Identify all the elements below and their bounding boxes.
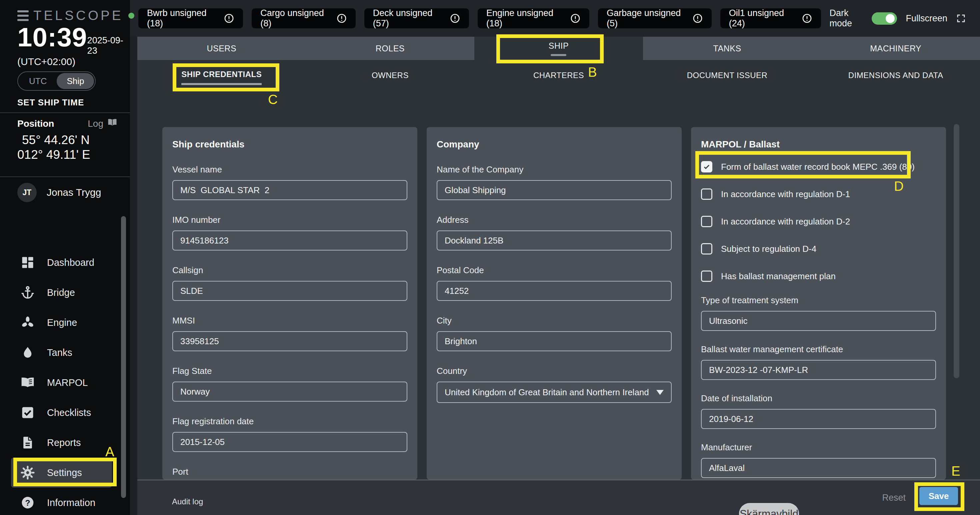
checkbox-row-regulation-d1[interactable]: In accordance with regulation D-1 [701, 188, 936, 200]
sidebar-item-bridge[interactable]: Bridge [11, 277, 112, 308]
city-input[interactable] [437, 331, 672, 351]
sidebar-scrollbar[interactable] [121, 216, 126, 498]
vessel-name-input[interactable] [172, 180, 407, 200]
checkbox-checked[interactable] [701, 161, 712, 172]
unsigned-button-garbage[interactable]: Garbage unsigned (5) [598, 8, 712, 28]
tab-machinery[interactable]: MACHINERY [811, 37, 980, 60]
installation-date-input[interactable] [701, 409, 936, 429]
manufacturer-input[interactable] [701, 458, 936, 478]
subtab-charteres[interactable]: CHARTERES [474, 71, 643, 84]
subtab-label: SHIP CREDENTIALS [181, 70, 262, 85]
checkbox-row-ballast-record-book[interactable]: Form of ballast water record book MEPC .… [701, 161, 936, 172]
subtab-label: DOCUMENT ISSUER [687, 71, 768, 84]
marpol-ballast-card: MARPOL / Ballast Form of ballast water r… [691, 127, 946, 480]
tab-users[interactable]: USERS [137, 37, 306, 60]
unsigned-button-cargo[interactable]: Cargo unsigned (8) [252, 8, 355, 28]
field-label: Date of installation [701, 393, 936, 403]
checkbox-unchecked[interactable] [701, 243, 712, 255]
content-area: SHIP CREDENTIALS OWNERS CHARTERES DOCUME… [137, 60, 980, 480]
subtab-document-issuer[interactable]: DOCUMENT ISSUER [643, 71, 812, 84]
sidebar-item-label: MARPOL [47, 377, 88, 388]
unsigned-button-deck[interactable]: Deck unsigned (57) [364, 8, 469, 28]
unsigned-button-bwrb[interactable]: Bwrb unsigned (18) [138, 8, 243, 28]
checkbox-row-ballast-management-plan[interactable]: Has ballast management plan [701, 271, 936, 282]
checkbox-row-regulation-d4[interactable]: Subject to regulation D-4 [701, 243, 936, 255]
callsign-input[interactable] [172, 281, 407, 301]
tab-roles[interactable]: ROLES [306, 37, 475, 60]
checkbox-unchecked[interactable] [701, 271, 712, 282]
sidebar-item-information[interactable]: ? Information [11, 488, 112, 515]
user-row[interactable]: JT Jonas Trygg [18, 183, 101, 202]
sidebar-item-dashboard[interactable]: Dashboard [11, 247, 112, 277]
clock-block: 10:39 2025-09-23 [18, 24, 124, 56]
field-label: Callsign [172, 265, 407, 276]
svg-text:?: ? [25, 498, 30, 507]
main-tabs: USERS ROLES SHIP TANKS MACHINERY [137, 37, 980, 60]
address-input[interactable] [437, 231, 672, 250]
chevron-down-icon [656, 390, 663, 395]
checkbox-label: Subject to regulation D-4 [721, 244, 816, 254]
sidebar-item-engine[interactable]: Engine [11, 308, 112, 338]
clock-time: 10:39 [18, 24, 88, 56]
fullscreen-icon[interactable] [956, 13, 966, 23]
droplet-icon [20, 345, 35, 360]
sidebar-item-marpol[interactable]: MARPOL [11, 368, 112, 398]
reset-button[interactable]: Reset [880, 492, 908, 503]
imo-number-input[interactable] [172, 231, 407, 250]
sidebar: TELSCOPE 10:39 2025-09-23 (UTC+02:00) UT… [0, 0, 130, 515]
ballast-certificate-input[interactable] [701, 360, 936, 380]
toggle-option-utc[interactable]: UTC [19, 73, 57, 89]
alert-icon [692, 13, 703, 24]
sidebar-item-reports[interactable]: Reports [11, 427, 112, 458]
position-log-link[interactable]: Log [88, 117, 117, 130]
treatment-system-input[interactable] [701, 311, 936, 331]
company-name-input[interactable] [437, 180, 672, 200]
content-scrollbar[interactable] [954, 124, 959, 378]
sidebar-item-label: Bridge [47, 287, 75, 298]
subtab-dimensions-and-data[interactable]: DIMENSIONS AND DATA [811, 71, 980, 84]
open-book-icon [20, 375, 35, 390]
subtab-ship-credentials[interactable]: SHIP CREDENTIALS [137, 70, 306, 85]
field-label: Name of the Company [437, 164, 672, 175]
sidebar-item-checklists[interactable]: Checklists [11, 398, 112, 427]
mmsi-input[interactable] [172, 331, 407, 351]
clock-timezone: (UTC+02:00) [18, 56, 75, 67]
subtab-label: CHARTERES [533, 71, 584, 84]
checkbox-unchecked[interactable] [701, 188, 712, 200]
field-label: Country [437, 366, 672, 376]
field-label: Manufacturer [701, 442, 936, 453]
country-select[interactable]: United Kingdom of Great Britain and Nort… [437, 381, 672, 403]
alert-icon [336, 13, 347, 24]
save-button[interactable]: Save [920, 487, 958, 505]
sidebar-item-tanks[interactable]: Tanks [11, 338, 112, 368]
audit-log-link[interactable]: Audit log [172, 497, 203, 506]
flag-registration-date-input[interactable] [172, 432, 407, 452]
sidebar-item-settings[interactable]: Settings [11, 458, 112, 488]
toggle-option-ship[interactable]: Ship [57, 73, 94, 89]
tab-tanks[interactable]: TANKS [643, 37, 812, 60]
alert-icon [570, 13, 581, 24]
dashboard-icon [20, 255, 35, 270]
checkbox-row-regulation-d2[interactable]: In accordance with regulation D-2 [701, 216, 936, 227]
field-label: Vessel name [172, 164, 407, 175]
toggle-knob [886, 14, 895, 23]
screenshot-button[interactable]: Skärmavbild [739, 503, 799, 515]
dark-mode-toggle[interactable] [872, 12, 897, 25]
latitude-value: 55° 44.26' N [18, 133, 90, 147]
tab-label: TANKS [713, 44, 741, 53]
field-label: Postal Code [437, 265, 672, 276]
flag-state-input[interactable] [172, 381, 407, 402]
tab-ship[interactable]: SHIP [474, 37, 643, 60]
app-root: TELSCOPE 10:39 2025-09-23 (UTC+02:00) UT… [0, 0, 980, 515]
set-ship-time-button[interactable]: SET SHIP TIME [18, 97, 84, 108]
field-label: Flag State [172, 366, 407, 376]
unsigned-button-label: Deck unsigned (57) [373, 8, 444, 29]
postal-code-input[interactable] [437, 281, 672, 301]
alert-icon [450, 13, 460, 24]
unsigned-button-oil1[interactable]: Oil1 unsigned (24) [720, 8, 821, 28]
avatar: JT [18, 183, 37, 202]
unsigned-button-engine[interactable]: Engine unsigned (18) [478, 8, 589, 28]
subtab-owners[interactable]: OWNERS [306, 71, 475, 84]
checkbox-unchecked[interactable] [701, 216, 712, 227]
utc-ship-toggle[interactable]: UTC Ship [18, 72, 95, 91]
